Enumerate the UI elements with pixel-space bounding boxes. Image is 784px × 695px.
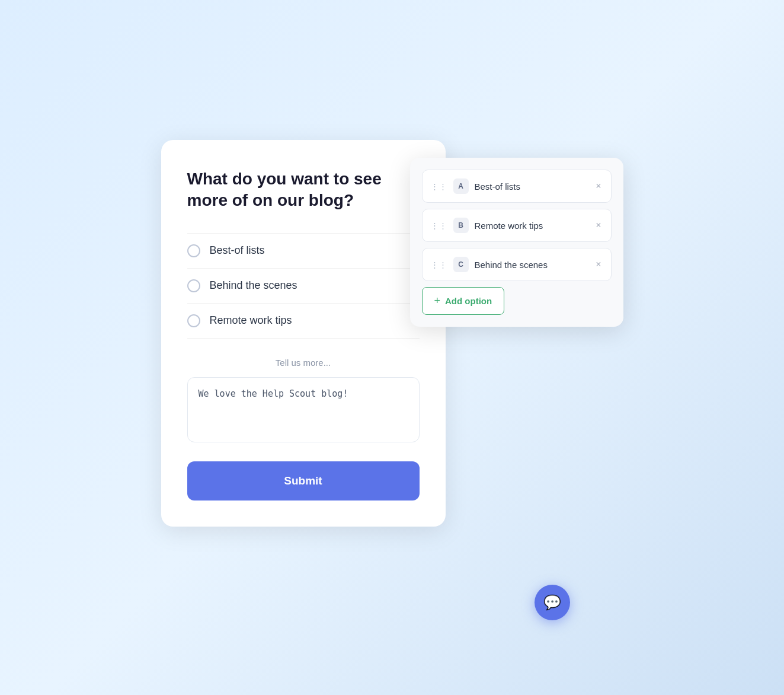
badge-a: A [453,178,469,194]
radio-option-1[interactable] [187,244,200,257]
tell-us-more-label: Tell us more... [187,358,420,368]
close-button-b[interactable]: × [594,221,602,230]
editor-text-b: Remote work tips [475,221,589,231]
radio-option-3[interactable] [187,314,200,327]
chat-icon: 💬 [543,594,561,611]
add-option-label: Add option [445,296,492,306]
editor-panel: ⋮⋮ A Best-of lists × ⋮⋮ B Remote work ti… [410,158,623,327]
survey-title: What do you want to see more of on our b… [187,168,420,212]
plus-icon: + [434,295,441,307]
list-item[interactable]: Best-of lists [187,233,420,269]
drag-handle-b[interactable]: ⋮⋮ [431,221,447,230]
submit-button[interactable]: Submit [187,461,420,500]
chat-bubble[interactable]: 💬 [535,585,570,620]
main-scene: What do you want to see more of on our b… [161,110,623,585]
editor-text-c: Behind the scenes [475,260,589,270]
close-button-c[interactable]: × [594,260,602,269]
option-label-1: Best-of lists [210,244,265,257]
options-list: Best-of lists Behind the scenes Remote w… [187,233,420,339]
editor-row-a: ⋮⋮ A Best-of lists × [422,170,612,203]
close-button-a[interactable]: × [594,181,602,191]
feedback-textarea[interactable]: We love the Help Scout blog! [187,377,420,442]
survey-card: What do you want to see more of on our b… [161,140,446,527]
radio-option-2[interactable] [187,279,200,292]
drag-handle-c[interactable]: ⋮⋮ [431,260,447,269]
list-item[interactable]: Remote work tips [187,304,420,339]
list-item[interactable]: Behind the scenes [187,269,420,304]
badge-b: B [453,218,469,233]
editor-row-b: ⋮⋮ B Remote work tips × [422,209,612,242]
drag-handle-a[interactable]: ⋮⋮ [431,182,447,191]
editor-row-c: ⋮⋮ C Behind the scenes × [422,248,612,281]
add-option-button[interactable]: + Add option [422,287,505,315]
option-label-3: Remote work tips [210,314,292,327]
badge-c: C [453,257,469,272]
editor-text-a: Best-of lists [475,181,589,192]
option-label-2: Behind the scenes [210,279,297,292]
